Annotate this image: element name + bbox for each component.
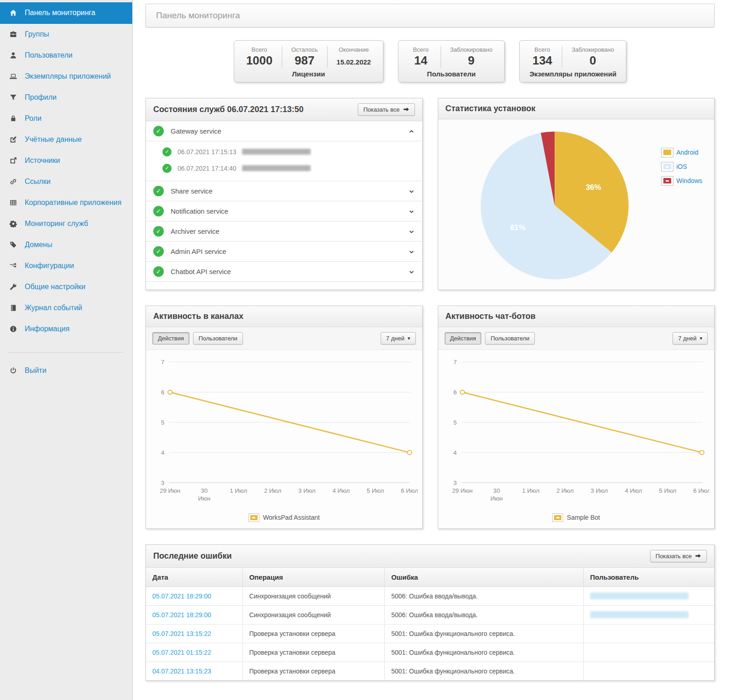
errors-show-all-button[interactable]: Показать все xyxy=(650,550,707,562)
edit-icon xyxy=(10,136,18,143)
sidebar-item-shuffle[interactable]: Конфигурации xyxy=(0,255,132,276)
error-date-link[interactable]: 04.07.2021 13:15:23 xyxy=(152,668,211,675)
sidebar-item-label: Группы xyxy=(25,30,127,39)
x-tick-label: 6 Июл xyxy=(401,487,417,494)
legend-swatch xyxy=(661,162,673,172)
briefcase-icon xyxy=(10,31,18,38)
chevron-down-icon[interactable] xyxy=(408,248,415,254)
sidebar-item-info[interactable]: Информация xyxy=(0,318,132,339)
charts-row: Активность в каналах Действия Пользовате… xyxy=(145,306,715,529)
channel-period-dropdown[interactable]: 7 дней ▾ xyxy=(381,332,416,345)
sidebar-item-filter[interactable]: Профили xyxy=(0,87,132,108)
power-icon xyxy=(10,367,18,374)
channel-chart-legend[interactable]: WorksPad Assistant xyxy=(146,512,422,528)
legend-item-ios[interactable]: iOS xyxy=(661,162,702,172)
y-tick-label: 3 xyxy=(453,479,457,486)
table-row: 05.07.2021 13:15:22Проверка установки се… xyxy=(146,624,714,643)
services-panel: Состояния служб 06.07.2021 17:13:50 Пока… xyxy=(145,98,423,290)
legend-item-android[interactable]: Android xyxy=(661,148,702,157)
sidebar-item-link[interactable]: Ссылки xyxy=(0,171,132,192)
chevron-down-icon[interactable] xyxy=(408,269,415,275)
sidebar-item-journal[interactable]: Журнал событий xyxy=(0,297,132,318)
service-row[interactable]: ✓Admin API service xyxy=(146,242,422,262)
metric-value: 14 xyxy=(410,54,431,68)
service-row[interactable]: ✓Chatbot API service xyxy=(146,262,422,282)
legend-swatch xyxy=(248,513,259,522)
column-header-2: Ошибка xyxy=(385,568,584,587)
app-root: Панель мониторингаГруппыПользователиЭкзе… xyxy=(0,0,732,700)
chevron-down-icon[interactable] xyxy=(408,228,415,234)
sidebar-item-table[interactable]: Корпоративные приложения xyxy=(0,192,132,213)
caret-down-icon: ▾ xyxy=(700,335,702,341)
error-date-cell: 04.07.2021 13:15:23 xyxy=(146,662,242,680)
channel-users-toggle[interactable]: Пользователи xyxy=(193,332,243,345)
error-date-link[interactable]: 05.07.2021 01:15:22 xyxy=(152,649,211,656)
stat-card-title: Экземпляры приложений xyxy=(522,70,623,78)
sidebar-item-gear[interactable]: Мониторинг служб xyxy=(0,213,132,234)
chevron-down-icon[interactable] xyxy=(408,188,415,194)
bot-chart-legend[interactable]: Sample Bot xyxy=(438,512,715,528)
error-user-cell xyxy=(583,643,714,662)
legend-item-windows[interactable]: Windows xyxy=(661,176,702,186)
y-tick-label: 5 xyxy=(453,419,457,426)
metric-label: Всего xyxy=(532,46,553,53)
legend-dash xyxy=(666,166,669,167)
legend-label: Sample Bot xyxy=(567,514,600,521)
errors-panel: Последние ошибки Показать все ДатаОперац… xyxy=(145,544,715,681)
chevron-down-icon[interactable] xyxy=(408,208,415,214)
laptop-icon xyxy=(10,73,18,80)
tags-icon xyxy=(10,241,18,248)
sidebar-item-user[interactable]: Пользователи xyxy=(0,45,132,66)
sidebar-item-tags[interactable]: Домены xyxy=(0,234,132,255)
service-row[interactable]: ✓Share service xyxy=(146,181,422,201)
bot-users-toggle[interactable]: Пользователи xyxy=(485,332,535,345)
service-entry: ✓06.07.2021 17:15:13 xyxy=(146,144,422,160)
stat-metric: Всего14 xyxy=(401,46,441,68)
line-chart: 3456729 Июн30Июн1 Июл2 Июл3 Июл4 Июл5 Ию… xyxy=(443,354,710,512)
sidebar-item-export[interactable]: Источники xyxy=(0,150,132,171)
sidebar-item-label: Панель мониторинга xyxy=(25,8,127,17)
error-date-link[interactable]: 05.07.2021 18:29:00 xyxy=(152,611,211,619)
bot-actions-toggle[interactable]: Действия xyxy=(445,332,482,345)
sidebar-item-label: Домены xyxy=(25,240,127,249)
stat-card-0: Всего1000Осталось987Окончание15.02.2022Л… xyxy=(234,40,383,82)
sidebar-item-home[interactable]: Панель мониторинга xyxy=(0,2,132,24)
install-stats-chart: 36%61% AndroidiOSWindows xyxy=(438,119,715,290)
channel-actions-toggle[interactable]: Действия xyxy=(152,332,189,345)
x-tick-label: 2 Июл xyxy=(264,487,281,494)
service-row[interactable]: ✓Archiver service xyxy=(146,221,422,242)
stat-metric: Всего1000 xyxy=(237,46,282,68)
column-header-1: Операция xyxy=(242,568,385,587)
sidebar-item-briefcase[interactable]: Группы xyxy=(0,24,132,45)
channel-activity-panel: Активность в каналах Действия Пользовате… xyxy=(145,306,423,529)
data-point-marker xyxy=(460,390,464,394)
bot-activity-panel: Активность чат-ботов Действия Пользовате… xyxy=(438,306,715,529)
x-tick-label: 3 Июл xyxy=(590,487,608,494)
redacted-user xyxy=(590,611,689,618)
services-panel-title: Состояния служб 06.07.2021 17:13:50 xyxy=(153,105,304,114)
sidebar-item-wrench[interactable]: Общие настройки xyxy=(0,276,132,297)
sidebar-item-laptop[interactable]: Экземпляры приложений xyxy=(0,66,132,87)
services-show-all-button[interactable]: Показать все xyxy=(358,103,414,116)
bot-period-dropdown[interactable]: 7 дней ▾ xyxy=(673,332,708,345)
errors-table-header: ДатаОперацияОшибкаПользователь xyxy=(146,568,714,587)
service-name: Share service xyxy=(171,187,213,195)
redacted-text xyxy=(242,149,311,155)
chevron-up-icon[interactable] xyxy=(408,128,415,134)
error-date-link[interactable]: 05.07.2021 18:29:00 xyxy=(152,592,211,600)
sidebar-item-lock[interactable]: Роли xyxy=(0,108,132,129)
error-date-cell: 05.07.2021 01:15:22 xyxy=(146,643,242,662)
sidebar-item-edit[interactable]: Учётные данные xyxy=(0,129,132,150)
stat-card-title: Лицензии xyxy=(237,70,380,78)
service-row[interactable]: ✓Gateway service xyxy=(146,121,422,141)
error-message-cell: 5001: Ошибка функционального сервиса. xyxy=(385,624,584,643)
sidebar-item-logout[interactable]: Выйти xyxy=(0,360,132,381)
caret-down-icon: ▾ xyxy=(408,335,410,341)
metric-value: 987 xyxy=(291,54,318,68)
legend-dash xyxy=(556,517,560,518)
home-icon xyxy=(10,9,18,16)
filter-icon xyxy=(10,94,18,101)
error-date-link[interactable]: 05.07.2021 13:15:22 xyxy=(152,630,211,637)
status-ok-icon: ✓ xyxy=(153,226,164,237)
service-row[interactable]: ✓Notification service xyxy=(146,201,422,221)
